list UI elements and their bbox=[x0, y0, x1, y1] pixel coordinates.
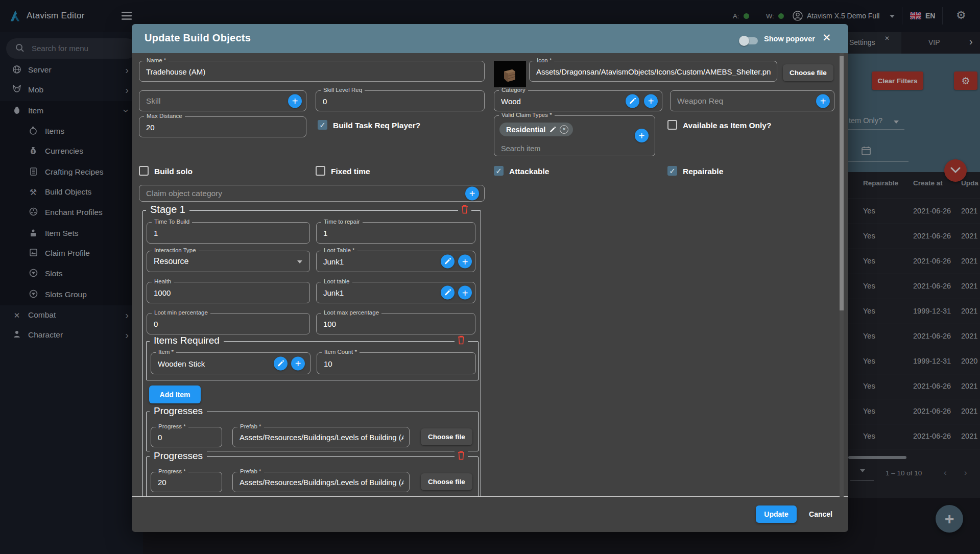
available-as-item-only-label: Available as Item Only? bbox=[683, 121, 771, 130]
stage-1-section: Stage 1 Time To Build 1 Time to repair 1… bbox=[142, 210, 481, 497]
claim-type-add-button[interactable]: + bbox=[635, 129, 649, 142]
build-solo-checkbox[interactable] bbox=[139, 166, 149, 176]
items-required-delete-button[interactable] bbox=[455, 335, 468, 345]
item-field[interactable]: Item * Wooden Stick + bbox=[151, 352, 310, 374]
plus-icon: + bbox=[292, 96, 298, 106]
progress-field[interactable]: Progress * 20 bbox=[151, 472, 222, 492]
build-solo-label: Build solo bbox=[154, 167, 193, 176]
loot-table-2-add-button[interactable]: + bbox=[458, 286, 472, 300]
fixed-time-checkbox[interactable] bbox=[316, 166, 325, 176]
available-as-item-only-checkbox[interactable] bbox=[667, 120, 677, 130]
name-field[interactable]: Name * Tradehouse (AM) bbox=[139, 61, 485, 82]
prefab-field[interactable]: Prefab * Assets/Resources/Buildings/Leve… bbox=[232, 427, 410, 447]
icon-path-field[interactable]: Icon * Assets/Dragonsan/AtavismObjects/I… bbox=[529, 61, 777, 82]
items-required-legend: Items Required bbox=[150, 335, 224, 346]
select-chevron-down-icon bbox=[297, 260, 302, 263]
skill-field[interactable]: Skill + bbox=[139, 90, 306, 111]
plus-icon: + bbox=[295, 358, 301, 369]
icon-choose-file-button[interactable]: Choose file bbox=[783, 64, 833, 81]
time-to-repair-field[interactable]: Time to repair 1 bbox=[316, 222, 475, 244]
show-popover-toggle[interactable] bbox=[740, 37, 758, 44]
weapon-req-add-button[interactable]: + bbox=[816, 94, 830, 108]
pencil-icon bbox=[277, 360, 284, 367]
prefab-choose-file-button[interactable]: Choose file bbox=[421, 428, 472, 445]
claim-type-chip[interactable]: Residential ✕ bbox=[499, 123, 573, 136]
dialog-footer: Update Cancel bbox=[132, 497, 848, 532]
fixed-time-label: Fixed time bbox=[331, 167, 370, 176]
pencil-icon[interactable] bbox=[549, 127, 556, 133]
loot-max-percentage-field[interactable]: Loot max percentage 100 bbox=[316, 313, 475, 334]
build-task-req-player-checkbox[interactable]: ✓ bbox=[318, 120, 327, 130]
plus-icon: + bbox=[820, 96, 826, 106]
modal-scrollbar-thumb[interactable] bbox=[840, 56, 844, 310]
screen: Atavism Editor A: W: Atavism X.5 Demo Fu… bbox=[0, 0, 980, 554]
dialog-header: Update Build Objects Show popover ✕ bbox=[132, 24, 848, 53]
chip-remove-icon[interactable]: ✕ bbox=[560, 125, 568, 134]
add-item-button[interactable]: Add Item bbox=[149, 386, 201, 403]
claim-object-category-add-button[interactable]: + bbox=[465, 186, 479, 200]
loot-table-2-field[interactable]: Loot table Junk1 + bbox=[316, 282, 475, 303]
item-edit-button[interactable] bbox=[274, 356, 288, 370]
cancel-button[interactable]: Cancel bbox=[802, 505, 839, 523]
prefab-field[interactable]: Prefab * Assets/Resources/Buildings/Leve… bbox=[232, 472, 410, 492]
repairable-label: Repairable bbox=[683, 167, 723, 176]
pencil-icon bbox=[629, 98, 636, 104]
trash-icon bbox=[461, 204, 469, 214]
progresses-legend: Progresses bbox=[150, 450, 207, 462]
progresses-section-2: Progresses Progress * 20 Prefab * Assets… bbox=[146, 456, 479, 497]
icon-preview bbox=[494, 61, 526, 87]
pencil-icon bbox=[444, 258, 451, 265]
dialog-title: Update Build Objects bbox=[145, 32, 251, 44]
valid-claim-types-field[interactable]: Valid Claim Types * Residential ✕ Search… bbox=[494, 115, 655, 156]
progresses-legend: Progresses bbox=[150, 405, 207, 417]
repairable-checkbox[interactable]: ✓ bbox=[667, 166, 677, 176]
trash-icon bbox=[457, 335, 465, 345]
stage-1-legend: Stage 1 bbox=[146, 204, 189, 215]
item-count-field[interactable]: Item Count * 10 bbox=[317, 352, 476, 374]
plus-icon: + bbox=[639, 131, 645, 141]
interaction-type-select[interactable]: Interaction Type Resource bbox=[147, 251, 310, 272]
plus-icon: + bbox=[469, 188, 475, 199]
item-add-button[interactable]: + bbox=[291, 356, 305, 370]
stage-delete-button[interactable] bbox=[458, 204, 471, 214]
pencil-icon bbox=[444, 290, 451, 296]
skill-level-req-field[interactable]: Skill Level Req 0 bbox=[316, 90, 485, 111]
weapon-req-field[interactable]: Weapon Req + bbox=[670, 90, 834, 111]
loot-table-edit-button[interactable] bbox=[441, 255, 455, 269]
max-distance-field[interactable]: Max Distance 20 bbox=[139, 116, 306, 137]
trash-icon bbox=[457, 450, 465, 460]
claim-type-search-placeholder[interactable]: Search item bbox=[501, 144, 540, 153]
prefab-choose-file-button[interactable]: Choose file bbox=[421, 473, 472, 490]
attackable-label: Attackable bbox=[509, 167, 549, 176]
claim-object-category-field[interactable]: Claim object category + bbox=[139, 185, 485, 202]
close-icon[interactable]: ✕ bbox=[822, 32, 831, 44]
shelter-icon bbox=[501, 65, 518, 83]
attackable-checkbox[interactable]: ✓ bbox=[494, 166, 504, 176]
skill-add-button[interactable]: + bbox=[288, 94, 302, 108]
loot-table-add-button[interactable]: + bbox=[458, 255, 472, 269]
update-button[interactable]: Update bbox=[756, 505, 797, 523]
show-popover-label: Show popover bbox=[764, 35, 815, 43]
time-to-build-field[interactable]: Time To Build 1 bbox=[147, 222, 310, 244]
category-field[interactable]: Category Wood + bbox=[494, 90, 662, 111]
plus-icon: + bbox=[648, 96, 654, 106]
loot-table-field[interactable]: Loot Table * Junk1 + bbox=[316, 251, 475, 272]
category-add-button[interactable]: + bbox=[644, 94, 658, 108]
category-edit-button[interactable] bbox=[626, 94, 639, 108]
health-field[interactable]: Health 1000 bbox=[147, 282, 310, 303]
progresses-delete-button[interactable] bbox=[455, 450, 468, 460]
loot-min-percentage-field[interactable]: Loot min percentage 0 bbox=[147, 313, 310, 334]
loot-table-2-edit-button[interactable] bbox=[441, 286, 455, 300]
plus-icon: + bbox=[462, 287, 468, 298]
update-build-objects-dialog: Update Build Objects Show popover ✕ Name… bbox=[132, 24, 848, 532]
progress-field[interactable]: Progress * 0 bbox=[151, 427, 222, 447]
build-task-req-player-label: Build Task Req Player? bbox=[333, 121, 420, 130]
items-required-section: Items Required Item * Wooden Stick + Ite… bbox=[146, 341, 479, 380]
plus-icon: + bbox=[462, 256, 468, 267]
dialog-body: Name * Tradehouse (AM) Icon * Assets/Dra… bbox=[132, 53, 848, 497]
progresses-section-1: Progresses Progress * 0 Prefab * Assets/… bbox=[146, 412, 479, 451]
toggle-knob bbox=[739, 36, 749, 46]
